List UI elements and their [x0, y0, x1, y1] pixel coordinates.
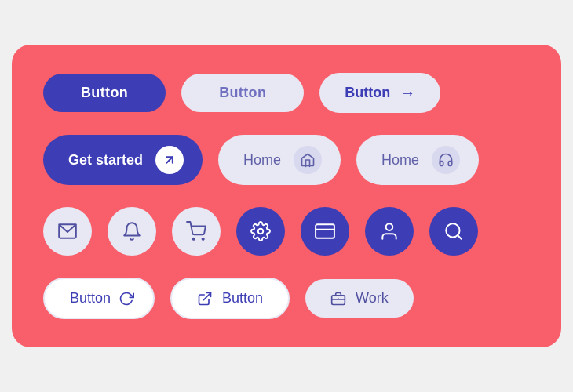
card: Button Button Button → Get started Home [12, 45, 561, 347]
bell-icon-button[interactable] [108, 207, 156, 256]
row-3 [43, 207, 530, 256]
arrow-button-label: Button [345, 85, 390, 101]
home-button-1[interactable]: Home [218, 135, 341, 185]
ghost-button-label: Button [219, 85, 266, 100]
person-icon [379, 221, 400, 241]
row-1: Button Button Button → [43, 73, 530, 113]
solid-button-label: Button [81, 85, 128, 100]
svg-rect-5 [316, 224, 334, 238]
gear-icon-button[interactable] [236, 207, 285, 256]
solid-button[interactable]: Button [43, 74, 166, 112]
external-link-icon [155, 146, 184, 174]
credit-card-icon [315, 221, 335, 241]
bell-icon [122, 221, 142, 241]
home-label-1: Home [243, 152, 281, 169]
svg-point-4 [258, 229, 264, 234]
svg-point-2 [193, 238, 195, 240]
mail-icon [57, 221, 78, 241]
card-icon-button[interactable] [301, 207, 349, 256]
row-4: Button Button Work [43, 278, 530, 319]
svg-point-7 [386, 223, 393, 230]
search-icon-button[interactable] [429, 207, 478, 256]
arrow-right-icon: → [400, 84, 415, 102]
external-button[interactable]: Button [170, 278, 290, 319]
gear-icon [250, 221, 271, 241]
work-button[interactable]: Work [305, 279, 414, 318]
refresh-button-label: Button [70, 290, 111, 307]
external-button-label: Button [222, 290, 263, 307]
ghost-button[interactable]: Button [181, 74, 304, 112]
svg-line-10 [203, 292, 210, 299]
search-icon [443, 221, 464, 241]
work-button-label: Work [356, 290, 389, 307]
headphone-icon [432, 146, 460, 174]
external-link-icon-2 [197, 291, 213, 307]
cart-icon-button[interactable] [172, 207, 221, 256]
row-2: Get started Home Home [43, 135, 530, 185]
arrow-button[interactable]: Button → [319, 73, 440, 113]
home-button-2[interactable]: Home [356, 135, 479, 185]
svg-line-9 [458, 235, 462, 239]
svg-point-3 [203, 238, 204, 240]
get-started-button[interactable]: Get started [43, 135, 203, 185]
svg-rect-11 [332, 295, 345, 304]
refresh-button[interactable]: Button [43, 278, 155, 319]
home-icon [294, 146, 322, 174]
person-icon-button[interactable] [365, 207, 414, 256]
home-label-2: Home [381, 152, 419, 169]
cart-icon [186, 221, 206, 241]
briefcase-icon [330, 291, 346, 307]
refresh-icon [119, 291, 134, 307]
svg-line-0 [166, 157, 173, 163]
get-started-label: Get started [68, 152, 143, 169]
mail-icon-button[interactable] [43, 207, 92, 256]
